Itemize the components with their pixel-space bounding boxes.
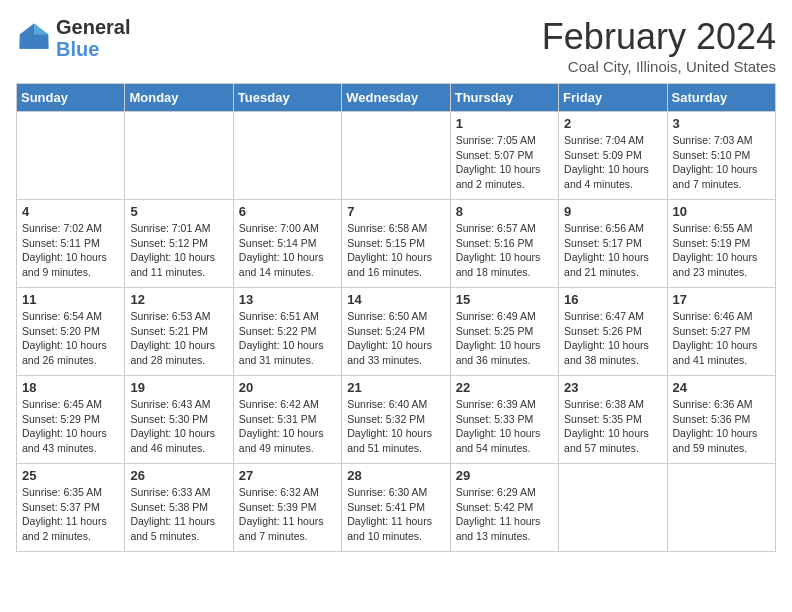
day-cell: 8Sunrise: 6:57 AM Sunset: 5:16 PM Daylig… (450, 200, 558, 288)
day-cell: 5Sunrise: 7:01 AM Sunset: 5:12 PM Daylig… (125, 200, 233, 288)
day-info: Sunrise: 6:56 AM Sunset: 5:17 PM Dayligh… (564, 221, 661, 280)
day-number: 15 (456, 292, 553, 307)
day-info: Sunrise: 6:57 AM Sunset: 5:16 PM Dayligh… (456, 221, 553, 280)
day-number: 3 (673, 116, 770, 131)
title-block: February 2024 Coal City, Illinois, Unite… (542, 16, 776, 75)
day-number: 16 (564, 292, 661, 307)
day-number: 14 (347, 292, 444, 307)
day-info: Sunrise: 7:03 AM Sunset: 5:10 PM Dayligh… (673, 133, 770, 192)
week-row-2: 4Sunrise: 7:02 AM Sunset: 5:11 PM Daylig… (17, 200, 776, 288)
weekday-monday: Monday (125, 84, 233, 112)
day-info: Sunrise: 6:45 AM Sunset: 5:29 PM Dayligh… (22, 397, 119, 456)
weekday-wednesday: Wednesday (342, 84, 450, 112)
day-cell: 27Sunrise: 6:32 AM Sunset: 5:39 PM Dayli… (233, 464, 341, 552)
day-cell (125, 112, 233, 200)
day-number: 10 (673, 204, 770, 219)
day-cell (342, 112, 450, 200)
logo: General Blue (16, 16, 130, 60)
day-info: Sunrise: 6:51 AM Sunset: 5:22 PM Dayligh… (239, 309, 336, 368)
day-number: 8 (456, 204, 553, 219)
day-number: 20 (239, 380, 336, 395)
day-cell: 19Sunrise: 6:43 AM Sunset: 5:30 PM Dayli… (125, 376, 233, 464)
day-info: Sunrise: 6:30 AM Sunset: 5:41 PM Dayligh… (347, 485, 444, 544)
day-info: Sunrise: 6:29 AM Sunset: 5:42 PM Dayligh… (456, 485, 553, 544)
day-number: 2 (564, 116, 661, 131)
day-cell: 10Sunrise: 6:55 AM Sunset: 5:19 PM Dayli… (667, 200, 775, 288)
day-info: Sunrise: 7:05 AM Sunset: 5:07 PM Dayligh… (456, 133, 553, 192)
day-number: 19 (130, 380, 227, 395)
calendar-table: SundayMondayTuesdayWednesdayThursdayFrid… (16, 83, 776, 552)
weekday-saturday: Saturday (667, 84, 775, 112)
month-title: February 2024 (542, 16, 776, 58)
day-info: Sunrise: 6:35 AM Sunset: 5:37 PM Dayligh… (22, 485, 119, 544)
day-info: Sunrise: 7:02 AM Sunset: 5:11 PM Dayligh… (22, 221, 119, 280)
header: General Blue February 2024 Coal City, Il… (16, 16, 776, 75)
day-cell: 17Sunrise: 6:46 AM Sunset: 5:27 PM Dayli… (667, 288, 775, 376)
day-cell: 3Sunrise: 7:03 AM Sunset: 5:10 PM Daylig… (667, 112, 775, 200)
weekday-friday: Friday (559, 84, 667, 112)
week-row-5: 25Sunrise: 6:35 AM Sunset: 5:37 PM Dayli… (17, 464, 776, 552)
week-row-4: 18Sunrise: 6:45 AM Sunset: 5:29 PM Dayli… (17, 376, 776, 464)
day-cell: 23Sunrise: 6:38 AM Sunset: 5:35 PM Dayli… (559, 376, 667, 464)
day-info: Sunrise: 6:33 AM Sunset: 5:38 PM Dayligh… (130, 485, 227, 544)
day-number: 18 (22, 380, 119, 395)
day-cell: 24Sunrise: 6:36 AM Sunset: 5:36 PM Dayli… (667, 376, 775, 464)
day-cell: 16Sunrise: 6:47 AM Sunset: 5:26 PM Dayli… (559, 288, 667, 376)
day-info: Sunrise: 7:00 AM Sunset: 5:14 PM Dayligh… (239, 221, 336, 280)
day-cell: 2Sunrise: 7:04 AM Sunset: 5:09 PM Daylig… (559, 112, 667, 200)
day-info: Sunrise: 6:46 AM Sunset: 5:27 PM Dayligh… (673, 309, 770, 368)
day-cell: 21Sunrise: 6:40 AM Sunset: 5:32 PM Dayli… (342, 376, 450, 464)
weekday-header: SundayMondayTuesdayWednesdayThursdayFrid… (17, 84, 776, 112)
day-number: 25 (22, 468, 119, 483)
day-number: 12 (130, 292, 227, 307)
day-info: Sunrise: 6:58 AM Sunset: 5:15 PM Dayligh… (347, 221, 444, 280)
day-cell: 13Sunrise: 6:51 AM Sunset: 5:22 PM Dayli… (233, 288, 341, 376)
week-row-1: 1Sunrise: 7:05 AM Sunset: 5:07 PM Daylig… (17, 112, 776, 200)
day-number: 28 (347, 468, 444, 483)
day-cell: 18Sunrise: 6:45 AM Sunset: 5:29 PM Dayli… (17, 376, 125, 464)
day-cell (667, 464, 775, 552)
day-number: 1 (456, 116, 553, 131)
day-info: Sunrise: 6:55 AM Sunset: 5:19 PM Dayligh… (673, 221, 770, 280)
day-info: Sunrise: 6:38 AM Sunset: 5:35 PM Dayligh… (564, 397, 661, 456)
day-info: Sunrise: 7:04 AM Sunset: 5:09 PM Dayligh… (564, 133, 661, 192)
day-cell: 6Sunrise: 7:00 AM Sunset: 5:14 PM Daylig… (233, 200, 341, 288)
weekday-thursday: Thursday (450, 84, 558, 112)
day-number: 6 (239, 204, 336, 219)
logo-text: General Blue (56, 16, 130, 60)
day-number: 11 (22, 292, 119, 307)
day-info: Sunrise: 6:53 AM Sunset: 5:21 PM Dayligh… (130, 309, 227, 368)
day-number: 13 (239, 292, 336, 307)
day-info: Sunrise: 6:39 AM Sunset: 5:33 PM Dayligh… (456, 397, 553, 456)
day-info: Sunrise: 6:40 AM Sunset: 5:32 PM Dayligh… (347, 397, 444, 456)
day-number: 7 (347, 204, 444, 219)
day-cell: 12Sunrise: 6:53 AM Sunset: 5:21 PM Dayli… (125, 288, 233, 376)
day-info: Sunrise: 6:36 AM Sunset: 5:36 PM Dayligh… (673, 397, 770, 456)
day-number: 21 (347, 380, 444, 395)
day-info: Sunrise: 6:50 AM Sunset: 5:24 PM Dayligh… (347, 309, 444, 368)
day-cell: 22Sunrise: 6:39 AM Sunset: 5:33 PM Dayli… (450, 376, 558, 464)
day-number: 29 (456, 468, 553, 483)
day-cell: 15Sunrise: 6:49 AM Sunset: 5:25 PM Dayli… (450, 288, 558, 376)
svg-rect-2 (20, 43, 49, 48)
day-cell (559, 464, 667, 552)
day-info: Sunrise: 6:54 AM Sunset: 5:20 PM Dayligh… (22, 309, 119, 368)
day-cell: 25Sunrise: 6:35 AM Sunset: 5:37 PM Dayli… (17, 464, 125, 552)
svg-marker-1 (34, 24, 48, 35)
day-info: Sunrise: 6:47 AM Sunset: 5:26 PM Dayligh… (564, 309, 661, 368)
day-number: 23 (564, 380, 661, 395)
day-cell: 4Sunrise: 7:02 AM Sunset: 5:11 PM Daylig… (17, 200, 125, 288)
week-row-3: 11Sunrise: 6:54 AM Sunset: 5:20 PM Dayli… (17, 288, 776, 376)
day-number: 5 (130, 204, 227, 219)
day-info: Sunrise: 6:49 AM Sunset: 5:25 PM Dayligh… (456, 309, 553, 368)
logo-icon (16, 20, 52, 56)
location-title: Coal City, Illinois, United States (542, 58, 776, 75)
day-info: Sunrise: 6:32 AM Sunset: 5:39 PM Dayligh… (239, 485, 336, 544)
day-number: 17 (673, 292, 770, 307)
day-cell: 7Sunrise: 6:58 AM Sunset: 5:15 PM Daylig… (342, 200, 450, 288)
day-cell (233, 112, 341, 200)
day-cell: 26Sunrise: 6:33 AM Sunset: 5:38 PM Dayli… (125, 464, 233, 552)
day-cell: 29Sunrise: 6:29 AM Sunset: 5:42 PM Dayli… (450, 464, 558, 552)
day-cell: 28Sunrise: 6:30 AM Sunset: 5:41 PM Dayli… (342, 464, 450, 552)
day-cell: 11Sunrise: 6:54 AM Sunset: 5:20 PM Dayli… (17, 288, 125, 376)
